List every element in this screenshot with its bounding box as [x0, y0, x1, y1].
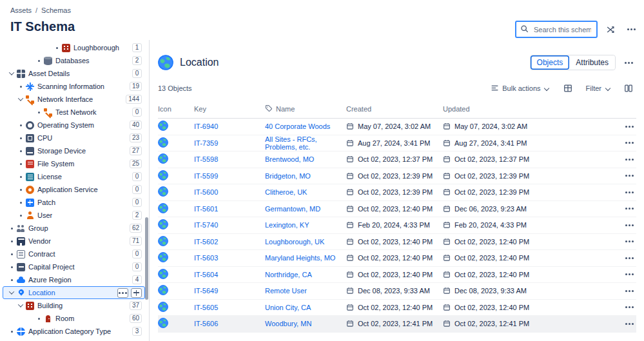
- object-key-link[interactable]: IT-5605: [194, 304, 218, 311]
- search-input[interactable]: [532, 25, 592, 34]
- object-key-link[interactable]: IT-5603: [194, 254, 218, 262]
- breadcrumb-assets[interactable]: Assets: [10, 6, 32, 14]
- breadcrumb-schemas[interactable]: Schemas: [41, 6, 71, 14]
- row-more-button[interactable]: [622, 284, 636, 297]
- chevron-down-icon[interactable]: [7, 69, 16, 78]
- header-more-button[interactable]: [623, 22, 639, 37]
- object-key-link[interactable]: IT-5598: [194, 155, 218, 163]
- row-more-button[interactable]: [622, 120, 636, 133]
- sidebar-item-application-category-type[interactable]: Application Category Type3: [3, 325, 145, 338]
- row-more-button[interactable]: [622, 153, 636, 166]
- tab-attributes[interactable]: Attributes: [569, 55, 615, 70]
- object-name-link[interactable]: All Sites - RFCs, Problems, etc.: [265, 135, 317, 151]
- table-row[interactable]: IT-5604Northridge, CAOct 02, 2023, 12:40…: [158, 267, 636, 284]
- table-view-icon-button[interactable]: [560, 81, 576, 96]
- sidebar-item-file-system[interactable]: File System25: [3, 157, 145, 170]
- row-more-button[interactable]: [622, 202, 636, 215]
- sidebar-item-license[interactable]: License0: [3, 170, 145, 183]
- table-row[interactable]: IT-5601Germantown, MDOct 02, 2023, 12:40…: [158, 201, 636, 218]
- row-more-button[interactable]: [622, 301, 636, 314]
- row-more-button[interactable]: [622, 170, 636, 182]
- table-row[interactable]: IT-5598Brentwood, MOOct 02, 2023, 12:37 …: [158, 151, 636, 168]
- object-key-link[interactable]: IT-5740: [194, 221, 218, 229]
- sidebar-item-asset-details[interactable]: Asset Details0: [3, 67, 145, 80]
- object-name-link[interactable]: Loughborough, UK: [265, 238, 324, 246]
- sidebar-item-test-network[interactable]: Test Network0: [3, 106, 145, 119]
- column-header-icon[interactable]: Icon: [158, 105, 194, 113]
- object-key-link[interactable]: IT-5601: [194, 205, 218, 213]
- object-name-link[interactable]: Bridgeton, MO: [265, 172, 311, 180]
- sidebar-item-cpu[interactable]: CPU23: [3, 132, 145, 144]
- table-row[interactable]: IT-5600Clitheroe, UKOct 02, 2023, 12:39 …: [158, 184, 636, 201]
- column-header-name[interactable]: Name: [265, 104, 346, 113]
- sidebar-item-operating-system[interactable]: Operating System40: [3, 119, 145, 132]
- sidebar-item-scanning-information[interactable]: Scanning Information19: [3, 80, 145, 93]
- schema-graph-icon-button[interactable]: [603, 22, 618, 37]
- object-type-more-button[interactable]: [621, 55, 636, 70]
- sidebar-item-network-interface[interactable]: Network Interface144: [3, 93, 145, 106]
- chevron-down-icon[interactable]: [7, 288, 16, 297]
- row-more-button[interactable]: [622, 219, 636, 231]
- sidebar-item-vendor[interactable]: Vendor71: [3, 235, 145, 248]
- sidebar-item-azure-region[interactable]: Azure Region4: [3, 273, 145, 286]
- object-name-link[interactable]: Lexington, KY: [265, 221, 309, 229]
- bulk-actions-button[interactable]: Bulk actions: [489, 83, 551, 95]
- object-key-link[interactable]: IT-5649: [194, 287, 218, 295]
- sidebar-item-more-button[interactable]: [117, 288, 128, 298]
- calendar-icon: [443, 155, 451, 163]
- object-name-link[interactable]: Maryland Heights, MO: [265, 254, 335, 262]
- column-header-created[interactable]: Created: [346, 105, 443, 113]
- table-row[interactable]: IT-5599Bridgeton, MOOct 02, 2023, 12:39 …: [158, 168, 636, 185]
- filter-button[interactable]: Filter: [585, 83, 612, 93]
- table-row[interactable]: IT-5605Union City, CAOct 02, 2023, 12:40…: [158, 300, 636, 317]
- table-row[interactable]: IT-5603Maryland Heights, MOOct 02, 2023,…: [158, 250, 636, 267]
- object-key-link[interactable]: IT-7359: [194, 139, 218, 147]
- tab-objects[interactable]: Objects: [531, 55, 570, 70]
- sidebar-item-group[interactable]: Group62: [3, 222, 145, 235]
- sidebar-item-room[interactable]: Room60: [3, 312, 145, 325]
- column-header-key[interactable]: Key: [194, 105, 265, 113]
- object-name-link[interactable]: Northridge, CA: [265, 271, 312, 278]
- sidebar-item-storage-device[interactable]: Storage Device27: [3, 144, 145, 157]
- object-key-link[interactable]: IT-5600: [194, 188, 218, 196]
- sidebar-item-location[interactable]: Location: [3, 286, 145, 299]
- row-more-button[interactable]: [622, 317, 636, 330]
- sidebar-item-user[interactable]: User2: [3, 209, 145, 222]
- object-key-link[interactable]: IT-5602: [194, 238, 218, 246]
- sidebar-item-databases[interactable]: Databases2: [3, 54, 145, 67]
- object-name-link[interactable]: 40 Corporate Woods: [265, 122, 330, 130]
- table-row[interactable]: IT-5606Woodbury, MNOct 02, 2023, 12:41 P…: [158, 316, 636, 333]
- object-name-link[interactable]: Union City, CA: [265, 304, 311, 311]
- sidebar-item-capital-project[interactable]: Capital Project0: [3, 260, 145, 273]
- sidebar-scrollbar[interactable]: [145, 217, 148, 300]
- chevron-down-icon[interactable]: [16, 95, 25, 104]
- object-name-link[interactable]: Remote User: [265, 287, 307, 295]
- object-key-link[interactable]: IT-5599: [194, 172, 218, 180]
- row-more-button[interactable]: [622, 186, 636, 199]
- object-key-link[interactable]: IT-5604: [194, 271, 218, 278]
- table-row[interactable]: IT-5649Remote UserDec 08, 2023, 9:33 AMD…: [158, 283, 636, 300]
- object-name-link[interactable]: Germantown, MD: [265, 205, 320, 213]
- object-name-link[interactable]: Clitheroe, UK: [265, 188, 307, 196]
- table-row[interactable]: IT-5740Lexington, KYFeb 20, 2024, 4:33 P…: [158, 217, 636, 234]
- sidebar-item-patch[interactable]: Patch0: [3, 196, 145, 209]
- object-name-link[interactable]: Woodbury, MN: [265, 320, 311, 327]
- sidebar-item-building[interactable]: Building37: [3, 299, 145, 312]
- sidebar-add-object-button[interactable]: [131, 288, 142, 298]
- table-row[interactable]: IT-7359All Sites - RFCs, Problems, etc.A…: [158, 135, 636, 152]
- row-more-button[interactable]: [622, 268, 636, 281]
- object-key-link[interactable]: IT-5606: [194, 320, 218, 327]
- sidebar-item-application-service[interactable]: Application Service0: [3, 183, 145, 196]
- object-key-link[interactable]: IT-6940: [194, 122, 218, 130]
- table-row[interactable]: IT-5602Loughborough, UKOct 02, 2023, 12:…: [158, 234, 636, 251]
- row-more-button[interactable]: [622, 137, 636, 150]
- sidebar-item-contract[interactable]: Contract0: [3, 248, 145, 260]
- column-header-updated[interactable]: Updated: [443, 105, 618, 113]
- table-row[interactable]: IT-694040 Corporate WoodsMay 07, 2024, 3…: [158, 119, 636, 135]
- chevron-down-icon[interactable]: [16, 301, 25, 310]
- row-more-button[interactable]: [622, 251, 636, 264]
- columns-icon-button[interactable]: [621, 81, 636, 96]
- sidebar-item-loughborough[interactable]: Loughborough1: [3, 41, 145, 54]
- row-more-button[interactable]: [622, 235, 636, 248]
- object-name-link[interactable]: Brentwood, MO: [265, 155, 314, 163]
